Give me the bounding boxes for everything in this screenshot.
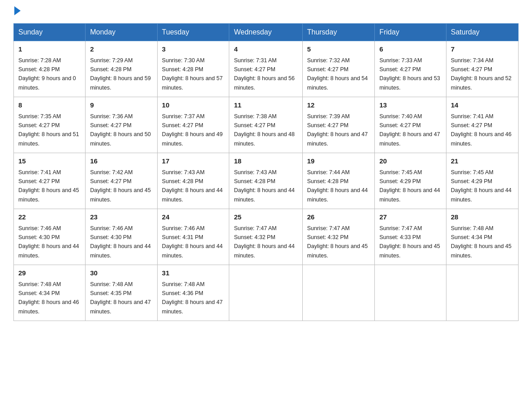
day-info: Sunrise: 7:30 AMSunset: 4:28 PMDaylight:… [162, 57, 223, 91]
day-header-tuesday: Tuesday [157, 24, 229, 41]
day-number: 31 [162, 268, 225, 278]
day-number: 8 [18, 100, 81, 111]
calendar-cell: 15Sunrise: 7:41 AMSunset: 4:27 PMDayligh… [14, 153, 86, 209]
day-info: Sunrise: 7:28 AMSunset: 4:28 PMDaylight:… [18, 57, 76, 91]
day-info: Sunrise: 7:46 AMSunset: 4:31 PMDaylight:… [162, 225, 223, 259]
calendar-cell [229, 265, 302, 321]
day-number: 14 [451, 100, 514, 111]
day-number: 1 [18, 44, 81, 55]
calendar-cell: 6Sunrise: 7:33 AMSunset: 4:27 PMDaylight… [375, 41, 446, 97]
calendar-cell: 16Sunrise: 7:42 AMSunset: 4:27 PMDayligh… [86, 153, 157, 209]
day-header-wednesday: Wednesday [229, 24, 302, 41]
day-info: Sunrise: 7:41 AMSunset: 4:27 PMDaylight:… [451, 113, 512, 147]
day-info: Sunrise: 7:47 AMSunset: 4:32 PMDaylight:… [307, 225, 368, 259]
day-number: 27 [379, 212, 442, 223]
calendar-header-row: SundayMondayTuesdayWednesdayThursdayFrid… [14, 24, 519, 41]
calendar-week-row: 22Sunrise: 7:46 AMSunset: 4:30 PMDayligh… [14, 209, 519, 265]
calendar-week-row: 29Sunrise: 7:48 AMSunset: 4:34 PMDayligh… [14, 265, 519, 321]
day-info: Sunrise: 7:46 AMSunset: 4:30 PMDaylight:… [90, 225, 151, 259]
calendar-cell: 4Sunrise: 7:31 AMSunset: 4:27 PMDaylight… [229, 41, 302, 97]
day-number: 2 [90, 44, 152, 55]
day-number: 26 [307, 212, 370, 223]
day-number: 12 [307, 100, 370, 111]
day-info: Sunrise: 7:46 AMSunset: 4:30 PMDaylight:… [18, 225, 79, 259]
day-number: 19 [307, 156, 370, 167]
day-header-saturday: Saturday [446, 24, 518, 41]
calendar-cell: 30Sunrise: 7:48 AMSunset: 4:35 PMDayligh… [86, 265, 157, 321]
day-info: Sunrise: 7:35 AMSunset: 4:27 PMDaylight:… [18, 113, 79, 147]
calendar-week-row: 15Sunrise: 7:41 AMSunset: 4:27 PMDayligh… [14, 153, 519, 209]
calendar-cell: 21Sunrise: 7:45 AMSunset: 4:29 PMDayligh… [446, 153, 518, 209]
calendar-cell: 7Sunrise: 7:34 AMSunset: 4:27 PMDaylight… [446, 41, 518, 97]
calendar-week-row: 1Sunrise: 7:28 AMSunset: 4:28 PMDaylight… [14, 41, 519, 97]
calendar-cell: 18Sunrise: 7:43 AMSunset: 4:28 PMDayligh… [229, 153, 302, 209]
calendar-cell: 27Sunrise: 7:47 AMSunset: 4:33 PMDayligh… [375, 209, 446, 265]
day-info: Sunrise: 7:45 AMSunset: 4:29 PMDaylight:… [379, 169, 440, 203]
day-info: Sunrise: 7:31 AMSunset: 4:27 PMDaylight:… [234, 57, 295, 91]
day-number: 17 [162, 156, 225, 167]
day-info: Sunrise: 7:39 AMSunset: 4:27 PMDaylight:… [307, 113, 368, 147]
calendar-cell: 12Sunrise: 7:39 AMSunset: 4:27 PMDayligh… [302, 97, 374, 153]
day-header-thursday: Thursday [302, 24, 374, 41]
day-number: 20 [379, 156, 442, 167]
calendar-cell [302, 265, 374, 321]
day-number: 21 [451, 156, 514, 167]
day-number: 22 [18, 212, 81, 223]
calendar-table: SundayMondayTuesdayWednesdayThursdayFrid… [13, 23, 519, 321]
calendar-cell: 10Sunrise: 7:37 AMSunset: 4:27 PMDayligh… [157, 97, 229, 153]
calendar-cell: 17Sunrise: 7:43 AMSunset: 4:28 PMDayligh… [157, 153, 229, 209]
day-header-monday: Monday [86, 24, 157, 41]
day-info: Sunrise: 7:43 AMSunset: 4:28 PMDaylight:… [234, 169, 295, 203]
day-info: Sunrise: 7:32 AMSunset: 4:27 PMDaylight:… [307, 57, 368, 91]
day-info: Sunrise: 7:47 AMSunset: 4:33 PMDaylight:… [379, 225, 440, 259]
day-info: Sunrise: 7:48 AMSunset: 4:35 PMDaylight:… [90, 281, 151, 315]
day-number: 18 [234, 156, 297, 167]
calendar-cell: 11Sunrise: 7:38 AMSunset: 4:27 PMDayligh… [229, 97, 302, 153]
day-number: 5 [307, 44, 370, 55]
day-info: Sunrise: 7:29 AMSunset: 4:28 PMDaylight:… [90, 57, 151, 91]
day-number: 13 [379, 100, 442, 111]
calendar-cell: 1Sunrise: 7:28 AMSunset: 4:28 PMDaylight… [14, 41, 86, 97]
calendar-cell: 31Sunrise: 7:48 AMSunset: 4:36 PMDayligh… [157, 265, 229, 321]
calendar-cell: 29Sunrise: 7:48 AMSunset: 4:34 PMDayligh… [14, 265, 86, 321]
calendar-cell [446, 265, 518, 321]
day-info: Sunrise: 7:45 AMSunset: 4:29 PMDaylight:… [451, 169, 512, 203]
day-info: Sunrise: 7:36 AMSunset: 4:27 PMDaylight:… [90, 113, 151, 147]
day-number: 16 [90, 156, 152, 167]
calendar-cell: 20Sunrise: 7:45 AMSunset: 4:29 PMDayligh… [375, 153, 446, 209]
day-info: Sunrise: 7:48 AMSunset: 4:36 PMDaylight:… [162, 281, 223, 315]
calendar-cell: 8Sunrise: 7:35 AMSunset: 4:27 PMDaylight… [14, 97, 86, 153]
day-number: 15 [18, 156, 81, 167]
day-number: 29 [18, 268, 81, 278]
day-info: Sunrise: 7:37 AMSunset: 4:27 PMDaylight:… [162, 113, 223, 147]
day-info: Sunrise: 7:47 AMSunset: 4:32 PMDaylight:… [234, 225, 295, 259]
calendar-cell: 28Sunrise: 7:48 AMSunset: 4:34 PMDayligh… [446, 209, 518, 265]
calendar-cell: 13Sunrise: 7:40 AMSunset: 4:27 PMDayligh… [375, 97, 446, 153]
calendar-cell: 14Sunrise: 7:41 AMSunset: 4:27 PMDayligh… [446, 97, 518, 153]
day-number: 3 [162, 44, 225, 55]
day-number: 30 [90, 268, 152, 278]
day-info: Sunrise: 7:33 AMSunset: 4:27 PMDaylight:… [379, 57, 440, 91]
calendar-cell: 3Sunrise: 7:30 AMSunset: 4:28 PMDaylight… [157, 41, 229, 97]
day-info: Sunrise: 7:44 AMSunset: 4:28 PMDaylight:… [307, 169, 368, 203]
calendar-cell: 2Sunrise: 7:29 AMSunset: 4:28 PMDaylight… [86, 41, 157, 97]
day-number: 9 [90, 100, 152, 111]
day-number: 11 [234, 100, 297, 111]
day-info: Sunrise: 7:42 AMSunset: 4:27 PMDaylight:… [90, 169, 151, 203]
page-header [13, 9, 519, 15]
logo-arrow-icon [14, 6, 21, 15]
calendar-cell: 9Sunrise: 7:36 AMSunset: 4:27 PMDaylight… [86, 97, 157, 153]
day-number: 24 [162, 212, 225, 223]
day-info: Sunrise: 7:48 AMSunset: 4:34 PMDaylight:… [18, 281, 79, 315]
calendar-cell [375, 265, 446, 321]
day-info: Sunrise: 7:43 AMSunset: 4:28 PMDaylight:… [162, 169, 223, 203]
day-number: 23 [90, 212, 152, 223]
day-info: Sunrise: 7:34 AMSunset: 4:27 PMDaylight:… [451, 57, 512, 91]
day-number: 7 [451, 44, 514, 55]
calendar-cell: 26Sunrise: 7:47 AMSunset: 4:32 PMDayligh… [302, 209, 374, 265]
day-number: 10 [162, 100, 225, 111]
calendar-cell: 22Sunrise: 7:46 AMSunset: 4:30 PMDayligh… [14, 209, 86, 265]
calendar-week-row: 8Sunrise: 7:35 AMSunset: 4:27 PMDaylight… [14, 97, 519, 153]
calendar-cell: 5Sunrise: 7:32 AMSunset: 4:27 PMDaylight… [302, 41, 374, 97]
day-number: 25 [234, 212, 297, 223]
